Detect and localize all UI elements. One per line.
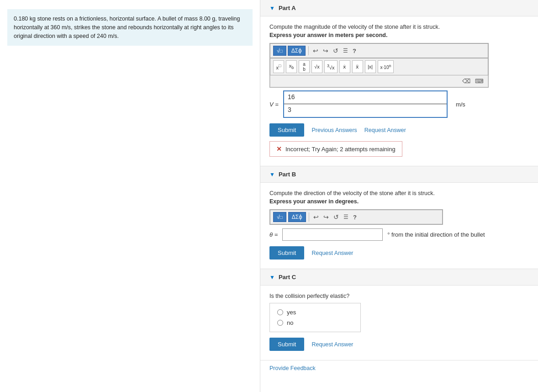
part-b-math-symbol-btn[interactable]: ΔΣϕ [288, 212, 306, 222]
incorrect-icon: ✕ [276, 145, 282, 153]
part-b-answer-label: θ = [269, 231, 278, 238]
part-a-toolbar-left: √□ ΔΣϕ [273, 46, 306, 56]
part-a-instruction: Compute the magnitude of the velocity of… [269, 24, 529, 30]
part-b-redo-btn[interactable]: ↪ [322, 212, 330, 222]
part-a-label: Part A [279, 5, 296, 11]
math-sci-btn[interactable]: x·10n [378, 60, 394, 73]
math-dot1-btn[interactable]: ẋ [339, 60, 350, 73]
part-c-yes-radio[interactable] [277, 309, 283, 315]
part-a-submit-btn[interactable]: Submit [269, 123, 304, 137]
redo-btn[interactable]: ↪ [322, 46, 330, 55]
part-c-submit-row: Submit Request Answer [269, 338, 529, 351]
keyboard-btn[interactable]: ⌨ [474, 77, 485, 85]
part-a-bottom-row: ⌫ ⌨ [270, 75, 488, 87]
left-panel: 0.180 kg stone rests on a frictionless, … [0, 0, 260, 392]
part-c-radio-group: yes no [269, 303, 361, 332]
part-b-header: ▼ Part B [260, 166, 538, 183]
part-c-yes-label: yes [287, 309, 296, 316]
part-a-incorrect-banner: ✕ Incorrect; Try Again; 2 attempts remai… [269, 141, 402, 157]
part-b-degree-label: ° from the initial direction of the bull… [387, 231, 485, 238]
part-b-request-answer-btn[interactable]: Request Answer [311, 250, 353, 256]
format-btn[interactable]: ☰ [342, 47, 349, 55]
right-panel: ▼ Part A Compute the magnitude of the ve… [260, 0, 538, 392]
help-btn-a[interactable]: ? [351, 47, 358, 55]
part-c-header: ▼ Part C [260, 269, 538, 286]
part-a-submit-row: Submit Previous Answers Request Answer [269, 123, 529, 137]
part-a-math-row: x□ xb ab √x 3√x ẋ ẍ |x| x·10n [270, 58, 488, 75]
math-cbrt-btn[interactable]: 3√x [324, 60, 338, 73]
math-symbol-btn[interactable]: ΔΣϕ [288, 46, 306, 56]
part-b-content: Compute the direction of the velocity of… [260, 183, 538, 269]
part-b-undo-btn[interactable]: ↩ [312, 212, 320, 222]
part-b-instruction: Compute the direction of the velocity of… [269, 190, 529, 196]
part-b-submit-btn[interactable]: Submit [269, 246, 304, 260]
math-dot2-btn[interactable]: ẍ [352, 60, 363, 73]
part-c-yes-option[interactable]: yes [277, 309, 353, 316]
part-c-no-label: no [287, 319, 293, 326]
part-a-express: Express your answer in meters per second… [269, 32, 529, 38]
part-b-help-btn[interactable]: ? [352, 213, 358, 222]
math-xpow-btn[interactable]: x□ [273, 60, 284, 73]
part-c-no-radio[interactable] [277, 320, 283, 326]
part-c-no-option[interactable]: no [277, 319, 353, 326]
part-b-toolbar: √□ ΔΣϕ ↩ ↪ ↺ ☰ ? [270, 210, 443, 224]
part-b-input[interactable] [282, 228, 383, 241]
part-c-instruction: Is the collision perfectly elastic? [269, 293, 529, 299]
part-b-format-btn[interactable]: ☰ [342, 213, 350, 221]
part-c-request-answer-btn[interactable]: Request Answer [311, 341, 353, 348]
part-a-section: ▼ Part A Compute the magnitude of the ve… [260, 0, 538, 166]
part-a-collapse-arrow[interactable]: ▼ [269, 5, 275, 11]
part-c-label: Part C [279, 274, 296, 281]
reset-btn[interactable]: ↺ [332, 46, 340, 55]
part-c-content: Is the collision perfectly elastic? yes … [260, 286, 538, 360]
part-a-numerator[interactable]: 16 [284, 91, 447, 104]
math-frac-btn[interactable]: ab [299, 60, 310, 73]
part-a-header: ▼ Part A [260, 0, 538, 16]
math-sqrt-btn[interactable]: √x [311, 60, 322, 73]
part-b-collapse-arrow[interactable]: ▼ [269, 171, 275, 178]
math-palette-btn[interactable]: √□ [273, 46, 286, 56]
undo-btn[interactable]: ↩ [311, 46, 320, 55]
part-a-unit: m/s [456, 101, 465, 108]
part-b-answer-row: θ = ° from the initial direction of the … [269, 228, 529, 241]
part-a-content: Compute the magnitude of the velocity of… [260, 16, 538, 166]
math-xsub-btn[interactable]: xb [286, 60, 297, 73]
math-abs-btn[interactable]: |x| [365, 60, 376, 73]
part-a-answer-row: V = 16 3 m/s [269, 90, 529, 118]
part-a-incorrect-text: Incorrect; Try Again; 2 attempts remaini… [285, 146, 396, 153]
part-a-request-answer-btn[interactable]: Request Answer [364, 127, 406, 133]
part-c-collapse-arrow[interactable]: ▼ [269, 274, 275, 281]
provide-feedback-section: Provide Feedback [260, 360, 538, 376]
part-a-fraction-input[interactable]: 16 3 [283, 90, 448, 118]
problem-text: 0.180 kg stone rests on a frictionless, … [7, 9, 253, 46]
part-a-toolbar: √□ ΔΣϕ ↩ ↪ ↺ ☰ ? [270, 43, 488, 58]
provide-feedback-btn[interactable]: Provide Feedback [269, 365, 316, 371]
part-a-previous-answers-btn[interactable]: Previous Answers [311, 127, 357, 133]
part-b-section: ▼ Part B Compute the direction of the ve… [260, 166, 538, 269]
part-b-submit-row: Submit Request Answer [269, 246, 529, 260]
part-b-reset-btn[interactable]: ↺ [332, 212, 340, 222]
part-c-section: ▼ Part C Is the collision perfectly elas… [260, 269, 538, 360]
delete-btn[interactable]: ⌫ [461, 77, 472, 85]
part-a-answer-label: V = [269, 101, 279, 108]
part-c-submit-btn[interactable]: Submit [269, 338, 304, 351]
part-b-express: Express your answer in degrees. [269, 198, 529, 205]
part-b-label: Part B [279, 171, 296, 178]
part-b-math-palette-btn[interactable]: √□ [273, 212, 286, 222]
part-a-denominator[interactable]: 3 [284, 104, 447, 117]
